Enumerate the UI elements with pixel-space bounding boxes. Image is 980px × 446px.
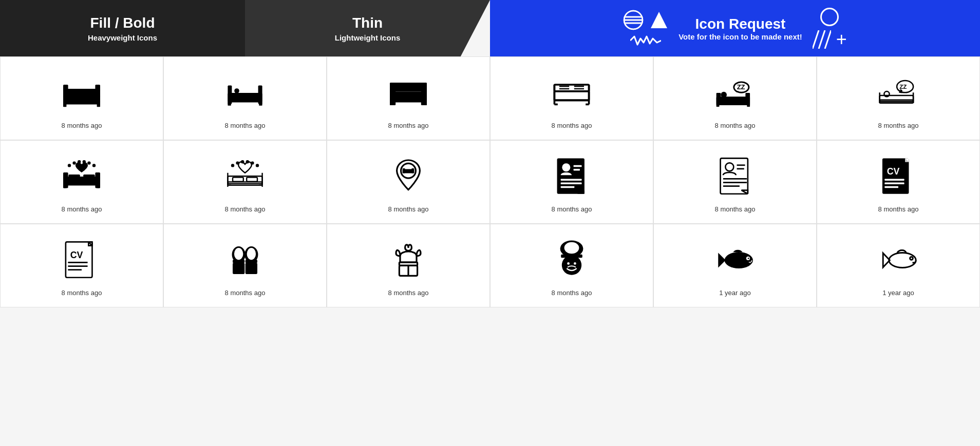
icon-cell-13[interactable]: CV 8 months ago xyxy=(0,224,163,307)
svg-point-143 xyxy=(562,255,581,275)
icon-label-12: 8 months ago xyxy=(878,205,919,213)
svg-rect-106 xyxy=(561,186,575,188)
icon-label-16: 8 months ago xyxy=(552,289,592,297)
svg-rect-99 xyxy=(409,169,413,172)
svg-point-109 xyxy=(725,163,733,171)
svg-rect-78 xyxy=(68,174,80,179)
svg-rect-15 xyxy=(97,103,100,107)
svg-rect-93 xyxy=(247,178,257,182)
svg-marker-5 xyxy=(651,12,667,28)
svg-text:ZZ: ZZ xyxy=(737,83,745,91)
svg-rect-76 xyxy=(63,184,66,188)
icon-cell-10[interactable]: 8 months ago xyxy=(490,140,653,224)
chef-hat-thin-icon xyxy=(388,240,429,281)
circle-icon xyxy=(820,8,839,26)
icon-label-17: 1 year ago xyxy=(719,289,750,297)
icon-label-14: 8 months ago xyxy=(225,289,266,297)
svg-rect-133 xyxy=(246,260,257,263)
waveform-icon xyxy=(630,34,661,47)
svg-rect-23 xyxy=(259,102,262,105)
svg-point-149 xyxy=(748,258,749,259)
svg-rect-100 xyxy=(557,158,585,193)
icon-cell-5[interactable]: ZZ ZZ 8 months ago xyxy=(653,56,817,140)
svg-rect-29 xyxy=(390,101,393,105)
svg-rect-79 xyxy=(83,174,95,179)
cv-document-thin-icon: CV xyxy=(61,240,102,281)
cv-thin-icon xyxy=(714,156,756,197)
svg-rect-20 xyxy=(228,99,262,102)
icon-label-6: 8 months ago xyxy=(878,122,919,129)
svg-point-145 xyxy=(574,262,576,265)
svg-text:CV: CV xyxy=(70,250,83,260)
icon-cell-18[interactable]: 1 year ago xyxy=(817,224,980,307)
icon-cell-2[interactable]: 8 months ago xyxy=(163,56,327,140)
bed-location-icon xyxy=(388,156,429,197)
triangle-icon xyxy=(650,11,668,29)
svg-point-151 xyxy=(910,257,913,260)
svg-point-67 xyxy=(72,161,76,164)
request-subtitle: Vote for the icon to be made next! xyxy=(679,32,802,41)
svg-text:ZZ: ZZ xyxy=(899,83,907,90)
plus-icon[interactable]: + xyxy=(836,30,847,49)
svg-point-101 xyxy=(562,163,570,171)
svg-line-7 xyxy=(819,30,825,49)
fill-bold-subtitle: Heavyweight Icons xyxy=(88,33,157,42)
icon-label-10: 8 months ago xyxy=(552,205,592,213)
icon-cell-16[interactable]: 8 months ago xyxy=(490,224,653,307)
striped-circle-icon xyxy=(623,10,644,30)
honeymoon-bed-thin-icon xyxy=(224,156,266,197)
icon-cell-7[interactable]: 8 months ago xyxy=(0,140,163,224)
icon-cell-17[interactable]: 1 year ago xyxy=(653,224,817,307)
icon-label-7: 8 months ago xyxy=(62,205,102,213)
icon-grid: 8 months ago 8 months ago xyxy=(0,56,980,307)
svg-rect-12 xyxy=(95,85,100,103)
svg-rect-122 xyxy=(884,186,898,188)
icon-label-4: 8 months ago xyxy=(552,122,592,129)
svg-rect-32 xyxy=(410,85,421,90)
fish-thin-icon xyxy=(878,240,919,281)
icon-cell-8[interactable]: 8 months ago xyxy=(163,140,327,224)
icon-label-3: 8 months ago xyxy=(388,122,429,129)
diagonal-lines-icon xyxy=(813,30,831,49)
svg-rect-22 xyxy=(228,102,231,105)
icon-cell-15[interactable]: 8 months ago xyxy=(327,224,490,307)
svg-rect-75 xyxy=(63,182,100,185)
svg-point-71 xyxy=(92,164,96,167)
icon-cell-4[interactable]: 8 months ago xyxy=(490,56,653,140)
svg-rect-103 xyxy=(574,169,580,171)
svg-rect-30 xyxy=(424,101,427,105)
icon-cell-1[interactable]: 8 months ago xyxy=(0,56,163,140)
thin-section: Thin Lightweight Icons xyxy=(245,0,490,56)
svg-point-144 xyxy=(567,262,570,265)
honeymoon-bed-bold-icon xyxy=(61,156,102,197)
svg-point-135 xyxy=(234,248,243,260)
sleeping-thin-icon: ZZ xyxy=(878,72,919,113)
fill-bold-section: Fill / Bold Heavyweight Icons xyxy=(0,0,245,56)
chef-face-bold-icon xyxy=(551,240,592,281)
icon-cell-9[interactable]: 8 months ago xyxy=(327,140,490,224)
icon-cell-6[interactable]: ZZ 8 months ago xyxy=(817,56,980,140)
icon-cell-12[interactable]: CV 8 months ago xyxy=(817,140,980,224)
svg-point-66 xyxy=(68,164,71,167)
sleeping-bold-icon: ZZ ZZ xyxy=(714,72,756,113)
svg-rect-102 xyxy=(574,165,582,167)
icon-label-2: 8 months ago xyxy=(225,122,266,129)
chef-team-bold-icon xyxy=(224,240,266,281)
svg-rect-28 xyxy=(390,98,427,102)
icon-cell-11[interactable]: 8 months ago xyxy=(653,140,817,224)
svg-point-142 xyxy=(564,242,579,254)
icon-label-15: 8 months ago xyxy=(388,289,429,297)
thin-subtitle: Lightweight Icons xyxy=(335,33,401,42)
icon-cell-3[interactable]: 8 months ago xyxy=(327,56,490,140)
svg-rect-130 xyxy=(233,260,244,263)
bed-double-thin-icon xyxy=(551,72,592,113)
fish-bold-icon xyxy=(714,240,756,281)
icon-cell-14[interactable]: 8 months ago xyxy=(163,224,327,307)
svg-line-8 xyxy=(825,30,831,49)
icon-label-5: 8 months ago xyxy=(715,122,756,129)
icon-label-11: 8 months ago xyxy=(715,205,756,213)
svg-point-85 xyxy=(256,164,259,167)
svg-point-136 xyxy=(247,248,256,260)
svg-rect-49 xyxy=(747,104,750,107)
svg-rect-92 xyxy=(233,178,243,182)
